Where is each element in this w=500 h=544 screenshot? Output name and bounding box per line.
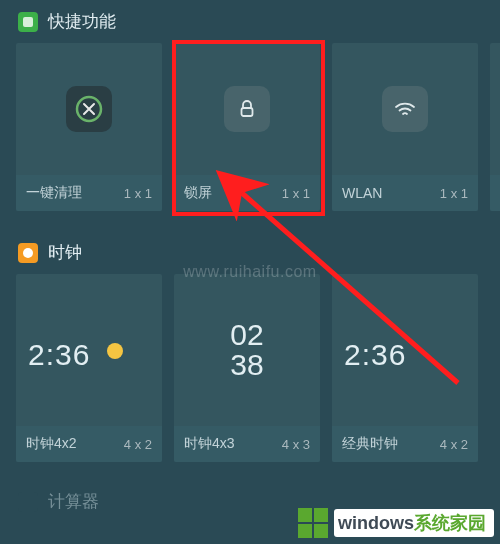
section-badge-icon xyxy=(18,12,38,32)
tile-partial-cutoff[interactable]: 手 xyxy=(490,43,500,211)
windows-logo-icon xyxy=(298,508,328,538)
svg-rect-1 xyxy=(242,108,253,116)
close-ring-icon xyxy=(66,86,112,132)
tile-preview xyxy=(174,43,320,175)
tile-one-tap-clean[interactable]: 一键清理 1 x 1 xyxy=(16,43,162,211)
tile-preview: 2:36 xyxy=(332,274,478,426)
tile-wlan[interactable]: WLAN 1 x 1 xyxy=(332,43,478,211)
tile-label-bar: 时钟4x3 4 x 3 xyxy=(174,426,320,462)
tile-preview xyxy=(490,43,500,175)
section-badge-icon xyxy=(18,492,38,512)
tile-preview: 2:36 xyxy=(16,274,162,426)
tile-size-text: 1 x 1 xyxy=(440,186,468,201)
tile-label-bar: WLAN 1 x 1 xyxy=(332,175,478,211)
tile-label-bar: 手 xyxy=(490,175,500,211)
tile-preview xyxy=(16,43,162,175)
footer-logo-text: windows系统家园 xyxy=(334,509,494,537)
tile-preview xyxy=(332,43,478,175)
tile-label-text: 一键清理 xyxy=(26,184,82,202)
tile-label-bar: 时钟4x2 4 x 2 xyxy=(16,426,162,462)
tile-label-text: 锁屏 xyxy=(184,184,212,202)
tile-clock-4x3[interactable]: 02 38 时钟4x3 4 x 3 xyxy=(174,274,320,462)
weather-sun-icon xyxy=(107,343,123,359)
wifi-icon xyxy=(382,86,428,132)
tile-lock-screen[interactable]: 锁屏 1 x 1 xyxy=(174,43,320,211)
tile-label-text: 时钟4x2 xyxy=(26,435,77,453)
logo-main: windows xyxy=(338,513,414,533)
section-badge-icon xyxy=(18,243,38,263)
tile-label-bar: 一键清理 1 x 1 xyxy=(16,175,162,211)
clock-time-text: 2:36 xyxy=(28,338,90,371)
clock-time-bottom: 38 xyxy=(230,350,263,380)
section-header-clock: 时钟 xyxy=(0,221,500,268)
tile-size-text: 4 x 3 xyxy=(282,437,310,452)
tile-label-bar: 锁屏 1 x 1 xyxy=(174,175,320,211)
section-title: 快捷功能 xyxy=(48,10,116,33)
section-header-quick: 快捷功能 xyxy=(0,0,500,37)
tile-clock-4x2[interactable]: 2:36 时钟4x2 4 x 2 xyxy=(16,274,162,462)
tile-size-text: 4 x 2 xyxy=(440,437,468,452)
lock-icon xyxy=(224,86,270,132)
quick-tiles-row: 一键清理 1 x 1 锁屏 1 x 1 xyxy=(0,37,500,221)
tile-preview: 02 38 xyxy=(174,274,320,426)
logo-suffix: 系统家园 xyxy=(414,513,486,533)
tile-label-text: 经典时钟 xyxy=(342,435,398,453)
tile-size-text: 4 x 2 xyxy=(124,437,152,452)
tile-label-text: 时钟4x3 xyxy=(184,435,235,453)
tile-label-bar: 经典时钟 4 x 2 xyxy=(332,426,478,462)
section-title: 时钟 xyxy=(48,241,82,264)
tile-size-text: 1 x 1 xyxy=(124,186,152,201)
clock-stacked-time: 02 38 xyxy=(230,320,263,380)
section-title: 计算器 xyxy=(48,490,99,513)
tile-clock-classic[interactable]: 2:36 经典时钟 4 x 2 xyxy=(332,274,478,462)
clock-time-top: 02 xyxy=(230,320,263,350)
clock-tiles-row: 2:36 时钟4x2 4 x 2 02 38 时钟4x3 4 x 3 xyxy=(0,268,500,472)
tile-size-text: 1 x 1 xyxy=(282,186,310,201)
clock-time-text: 2:36 xyxy=(344,338,406,371)
tile-label-text: WLAN xyxy=(342,185,382,201)
footer-logo: windows系统家园 xyxy=(298,508,494,538)
